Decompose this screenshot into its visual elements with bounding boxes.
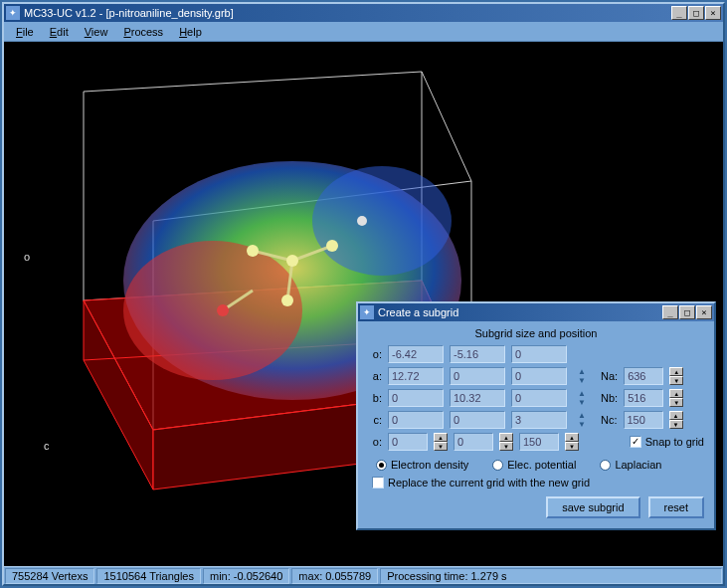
c-y-input[interactable] xyxy=(450,411,505,429)
menu-help[interactable]: Help xyxy=(171,24,210,40)
radio-dot-icon xyxy=(492,460,503,471)
o2-z-input[interactable] xyxy=(519,433,559,451)
menu-process[interactable]: Process xyxy=(115,24,171,40)
row-o-label: o: xyxy=(368,348,382,360)
radio-dot-icon xyxy=(600,460,611,471)
svg-point-5 xyxy=(312,166,452,276)
b-up-icon[interactable]: ▲ xyxy=(575,389,589,398)
o-x-input[interactable] xyxy=(388,345,444,363)
na-input[interactable] xyxy=(624,367,663,385)
viewport-3d[interactable]: o c ✦ Create a subgrid _ □ × Subgrid siz… xyxy=(4,42,723,566)
status-max: max: 0.055789 xyxy=(291,568,378,584)
b-x-input[interactable] xyxy=(388,389,444,407)
nc-input[interactable] xyxy=(624,411,663,429)
a-y-input[interactable] xyxy=(450,367,505,385)
c-z-input[interactable] xyxy=(511,411,567,429)
nb-input[interactable] xyxy=(624,389,663,407)
na-label: Na: xyxy=(601,370,618,382)
b-y-input[interactable] xyxy=(450,389,505,407)
o2x-spin-down[interactable]: ▼ xyxy=(434,442,448,451)
axis-o-label: o xyxy=(24,251,30,263)
o2z-spin-down[interactable]: ▼ xyxy=(565,442,579,451)
nc-spin-down[interactable]: ▼ xyxy=(669,420,683,429)
na-spin-up[interactable]: ▲ xyxy=(669,367,683,376)
svg-point-10 xyxy=(247,245,259,257)
o2y-spin-down[interactable]: ▼ xyxy=(499,442,513,451)
nb-label: Nb: xyxy=(601,392,618,404)
o-y-input[interactable] xyxy=(450,345,505,363)
status-time: Processing time: 1.279 s xyxy=(380,568,722,584)
app-icon: ✦ xyxy=(6,6,20,20)
subgrid-dialog: ✦ Create a subgrid _ □ × Subgrid size an… xyxy=(356,301,716,530)
row-b-label: b: xyxy=(368,392,382,404)
dialog-title: Create a subgrid xyxy=(378,306,662,318)
main-window: ✦ MC33-UC v1.2 - [p-nitroaniline_density… xyxy=(2,2,725,586)
status-vertices: 755284 Vertexs xyxy=(5,568,94,584)
nb-spin-down[interactable]: ▼ xyxy=(669,398,683,407)
main-titlebar[interactable]: ✦ MC33-UC v1.2 - [p-nitroaniline_density… xyxy=(4,4,723,22)
menu-file[interactable]: File xyxy=(8,24,42,40)
snap-label: Snap to grid xyxy=(645,436,704,448)
replace-grid-checkbox[interactable]: Replace the current grid with the new gr… xyxy=(372,477,704,489)
check-icon xyxy=(372,477,384,489)
minimize-button[interactable]: _ xyxy=(671,6,687,20)
o2-x-input[interactable] xyxy=(388,433,428,451)
a-z-input[interactable] xyxy=(511,367,567,385)
nb-spin-up[interactable]: ▲ xyxy=(669,389,683,398)
row-o2-label: o: xyxy=(368,436,382,448)
save-subgrid-button[interactable]: save subgrid xyxy=(546,496,639,518)
statusbar: 755284 Vertexs 1510564 Triangles min: -0… xyxy=(4,566,723,584)
axis-c-label: c xyxy=(44,440,50,452)
dialog-titlebar[interactable]: ✦ Create a subgrid _ □ × xyxy=(358,303,714,321)
close-button[interactable]: × xyxy=(705,6,721,20)
radio-elec-potential[interactable]: Elec. potential xyxy=(492,459,576,471)
dialog-subtitle: Subgrid size and position xyxy=(368,327,704,339)
a-down-icon[interactable]: ▼ xyxy=(575,376,589,385)
nc-label: Nc: xyxy=(601,414,618,426)
menu-view[interactable]: View xyxy=(77,24,116,40)
replace-label: Replace the current grid with the new gr… xyxy=(388,477,590,489)
status-triangles: 1510564 Triangles xyxy=(96,568,201,584)
dialog-minimize-button[interactable]: _ xyxy=(662,305,678,319)
c-x-input[interactable] xyxy=(388,411,444,429)
radio-electron-density[interactable]: Electron density xyxy=(376,459,468,471)
menubar: File Edit View Process Help xyxy=(4,22,723,42)
dialog-icon: ✦ xyxy=(360,305,374,319)
nc-spin-up[interactable]: ▲ xyxy=(669,411,683,420)
a-x-input[interactable] xyxy=(388,367,444,385)
menu-edit[interactable]: Edit xyxy=(42,24,77,40)
o2y-spin-up[interactable]: ▲ xyxy=(499,433,513,442)
b-down-icon[interactable]: ▼ xyxy=(575,398,589,407)
maximize-button[interactable]: □ xyxy=(688,6,704,20)
svg-point-12 xyxy=(326,240,338,252)
status-min: min: -0.052640 xyxy=(203,568,289,584)
o-z-input[interactable] xyxy=(511,345,567,363)
dialog-maximize-button[interactable]: □ xyxy=(679,305,695,319)
o2z-spin-up[interactable]: ▲ xyxy=(565,433,579,442)
svg-point-13 xyxy=(281,294,293,306)
check-icon: ✓ xyxy=(630,436,641,448)
svg-point-14 xyxy=(217,304,229,316)
row-c-label: c: xyxy=(368,414,382,426)
radio-dot-icon xyxy=(376,460,387,471)
a-up-icon[interactable]: ▲ xyxy=(575,367,589,376)
svg-point-15 xyxy=(357,216,367,226)
reset-button[interactable]: reset xyxy=(648,496,704,518)
main-title: MC33-UC v1.2 - [p-nitroaniline_density.g… xyxy=(24,7,671,19)
c-up-icon[interactable]: ▲ xyxy=(575,411,589,420)
o2-y-input[interactable] xyxy=(454,433,493,451)
b-z-input[interactable] xyxy=(511,389,567,407)
o2x-spin-up[interactable]: ▲ xyxy=(434,433,448,442)
row-a-label: a: xyxy=(368,370,382,382)
svg-point-4 xyxy=(123,241,302,380)
c-down-icon[interactable]: ▼ xyxy=(575,420,589,429)
dialog-close-button[interactable]: × xyxy=(696,305,712,319)
radio-laplacian[interactable]: Laplacian xyxy=(600,459,661,471)
svg-point-11 xyxy=(286,255,298,267)
snap-to-grid-checkbox[interactable]: ✓ Snap to grid xyxy=(630,436,704,448)
na-spin-down[interactable]: ▼ xyxy=(669,376,683,385)
